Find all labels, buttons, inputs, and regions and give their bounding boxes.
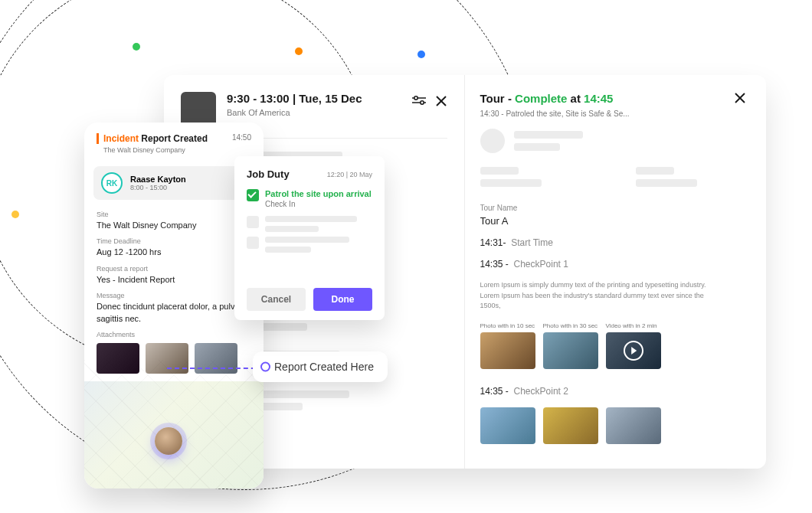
- duty-item-placeholder: [247, 237, 372, 253]
- tour-checkpoint-2: 14:35 - CheckPoint 2: [480, 386, 747, 397]
- tour-description: Lorem Ipsum is simply dummy text of the …: [480, 280, 718, 312]
- media-row-2: [480, 407, 747, 444]
- svg-point-0: [414, 96, 417, 100]
- tour-name-value: Tour A: [480, 215, 747, 227]
- shift-time-range: 9:30 - 13:00: [227, 92, 290, 105]
- incident-title: Incident Report Created: [97, 133, 208, 144]
- checkbox-empty-icon[interactable]: [247, 216, 259, 228]
- user-chip[interactable]: RK Raase Kayton 8:00 - 15:00: [93, 166, 254, 200]
- job-duty-date: 12:20 | 20 May: [327, 171, 372, 178]
- message-label: Message: [97, 292, 251, 299]
- close-icon[interactable]: [435, 95, 447, 107]
- site-value: The Walt Disney Company: [97, 220, 251, 231]
- job-duty-card: Job Duty 12:20 | 20 May Patrol the site …: [234, 156, 385, 320]
- photo-thumbnail[interactable]: [606, 407, 661, 444]
- thumb-label: Photo with in 10 sec: [480, 322, 535, 329]
- done-button[interactable]: Done: [313, 288, 372, 311]
- thumb-label: Photo with in 30 sec: [543, 322, 598, 329]
- tour-user-placeholder: [480, 129, 747, 153]
- photo-thumbnail[interactable]: [480, 407, 535, 444]
- user-hours: 8:00 - 15:00: [130, 184, 186, 191]
- cancel-button[interactable]: Cancel: [247, 288, 306, 311]
- incident-time: 14:50: [232, 133, 251, 142]
- photo-thumbnail[interactable]: [480, 332, 535, 369]
- media-row-1: Photo with in 10 sec Photo with in 30 se…: [480, 322, 747, 369]
- shift-date: Tue, 15 Dec: [299, 92, 362, 105]
- map-pin[interactable]: [155, 427, 182, 455]
- tour-name-label: Tour Name: [480, 204, 747, 212]
- deadline-label: Time Deadline: [97, 237, 251, 245]
- settings-icon[interactable]: [412, 95, 424, 107]
- checkbox-checked-icon[interactable]: [247, 189, 259, 201]
- message-value: Donec tincidunt placerat dolor, a pulvin…: [97, 301, 251, 325]
- tour-checkpoint-1: 14:35 - CheckPoint 1: [480, 259, 747, 270]
- report-label: Request a report: [97, 265, 251, 273]
- duty-item-label: Patrol the site upon arrival: [265, 189, 372, 198]
- deadline-value: Aug 12 -1200 hrs: [97, 247, 251, 258]
- thumb-label: Video with in 2 min: [606, 322, 661, 329]
- attachments-label: Attachments: [97, 331, 251, 338]
- checkbox-empty-icon[interactable]: [247, 237, 259, 249]
- report-value: Yes - Incident Report: [97, 274, 251, 286]
- duty-item-checked[interactable]: Patrol the site upon arrival Check In: [247, 189, 372, 208]
- report-created-tag: Report Created Here: [253, 351, 388, 382]
- tour-complete-time: 14:45: [584, 92, 613, 105]
- tour-status: Complete: [515, 92, 567, 105]
- tour-panel: Tour - Complete at 14:45 14:30 - Patrole…: [465, 75, 767, 469]
- user-name: Raase Kayton: [130, 175, 186, 184]
- shift-subtitle: Bank Of America: [227, 108, 401, 117]
- incident-company: The Walt Disney Company: [103, 146, 251, 154]
- avatar: RK: [101, 172, 123, 194]
- map[interactable]: [84, 381, 264, 488]
- svg-point-3: [420, 101, 423, 104]
- tour-start: 14:31- Start Time: [480, 237, 747, 248]
- tour-meta-placeholder: [480, 167, 747, 187]
- photo-thumbnail[interactable]: [543, 332, 598, 369]
- video-thumbnail[interactable]: [606, 332, 661, 369]
- close-icon[interactable]: [734, 92, 746, 104]
- job-duty-title: Job Duty: [247, 168, 290, 180]
- tour-subtitle: 14:30 - Patroled the site, Site is Safe …: [480, 109, 747, 118]
- tour-title: Tour - Complete at 14:45: [480, 92, 614, 105]
- tag-text: Report Created Here: [274, 361, 374, 373]
- duty-item-sub: Check In: [265, 200, 372, 208]
- duty-item-placeholder: [247, 216, 372, 232]
- photo-thumbnail[interactable]: [543, 407, 598, 444]
- site-label: Site: [97, 211, 251, 218]
- shift-title: 9:30 - 13:00 | Tue, 15 Dec: [227, 92, 401, 105]
